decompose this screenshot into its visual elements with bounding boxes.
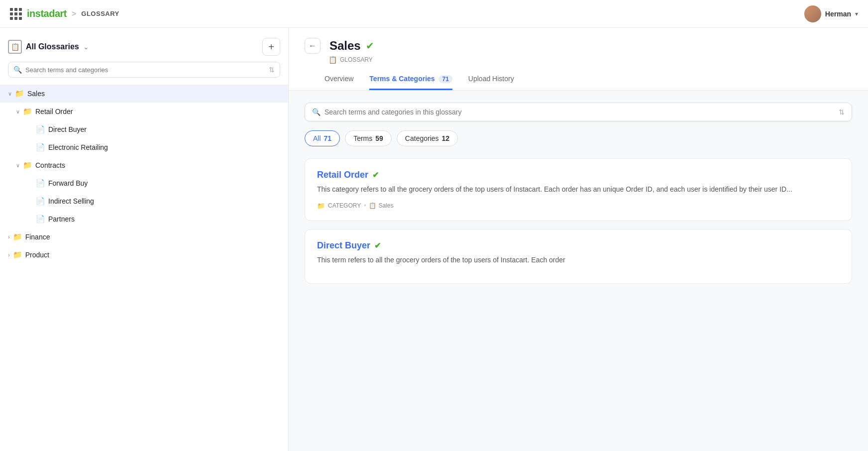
- sidebar-search-icon: 🔍: [13, 66, 22, 74]
- book-icon: 📋: [8, 40, 22, 54]
- tree-item-label: Direct Buyer: [48, 125, 87, 133]
- content-search-icon: 🔍: [312, 108, 321, 116]
- all-glossaries-label: All Glossaries: [26, 42, 79, 51]
- user-menu-chevron[interactable]: ▾: [855, 10, 858, 17]
- chevron-icon: ∨: [16, 162, 20, 169]
- tree-item-label: Product: [25, 251, 49, 259]
- meta-separator: •: [364, 202, 366, 209]
- glossary-title-row: ← Sales ✔: [305, 38, 852, 54]
- topnav-right: Herman ▾: [804, 5, 858, 22]
- avatar[interactable]: [804, 5, 821, 22]
- glossary-subtitle: 📋 GLOSSARY: [328, 56, 852, 64]
- chevron-icon: ∨: [8, 91, 12, 97]
- card-verified-icon: ✔: [374, 241, 381, 250]
- card-description: This category refers to all the grocery …: [317, 184, 840, 195]
- layout: 📋 All Glossaries ⌄ + 🔍 ⇅ ∨📁Sales∨📁Retail…: [0, 28, 868, 451]
- tree-item-label: Indirect Selling: [48, 197, 94, 205]
- sidebar-item-finance[interactable]: ›📁Finance: [0, 228, 288, 246]
- all-glossaries-button[interactable]: 📋 All Glossaries ⌄: [8, 40, 89, 54]
- sidebar-sort-icon[interactable]: ⇅: [269, 66, 275, 74]
- sidebar: 📋 All Glossaries ⌄ + 🔍 ⇅ ∨📁Sales∨📁Retail…: [0, 28, 289, 451]
- content-sort-icon[interactable]: ⇅: [839, 108, 845, 116]
- tree-item-label: Retail Order: [35, 108, 73, 115]
- verified-badge-icon: ✔: [366, 40, 374, 52]
- pill-count: 71: [324, 134, 332, 142]
- content-area: 🔍 ⇅ All 71Terms 59Categories 12 Retail O…: [289, 91, 868, 304]
- all-glossaries-dropdown-arrow: ⌄: [83, 43, 89, 51]
- tree-item-icon: 📄: [36, 125, 45, 134]
- glossary-subtitle-icon: 📋: [328, 56, 337, 64]
- tree-item-icon: 📄: [36, 179, 45, 188]
- category-icon: 📁: [317, 202, 325, 210]
- card-title[interactable]: Direct Buyer ✔: [317, 240, 840, 251]
- tree-item-icon: 📁: [13, 250, 22, 259]
- user-name: Herman: [825, 10, 851, 18]
- glossary-icon: 📋: [369, 202, 376, 209]
- card-verified-icon: ✔: [372, 170, 379, 180]
- breadcrumb-separator: >: [72, 9, 76, 18]
- tree-item-icon: 📄: [36, 215, 45, 224]
- sidebar-item-electronic-retailing[interactable]: 📄Electronic Retailing: [0, 138, 288, 156]
- add-glossary-button[interactable]: +: [262, 38, 280, 56]
- card-meta-type: CATEGORY: [328, 202, 361, 209]
- sidebar-item-direct-buyer[interactable]: 📄Direct Buyer: [0, 120, 288, 138]
- tree-item-label: Forward Buy: [48, 179, 88, 187]
- tree-item-label: Partners: [48, 215, 75, 223]
- sidebar-item-forward-buy[interactable]: 📄Forward Buy: [0, 174, 288, 192]
- topnav-left: instadart > GLOSSARY: [10, 8, 119, 20]
- sidebar-item-sales[interactable]: ∨📁Sales: [0, 85, 288, 103]
- sidebar-header: 📋 All Glossaries ⌄ +: [0, 28, 288, 62]
- tab-upload-history[interactable]: Upload History: [468, 70, 514, 90]
- sidebar-search-box: 🔍 ⇅: [8, 62, 280, 78]
- tab-overview[interactable]: Overview: [325, 70, 353, 90]
- pill-count: 12: [442, 134, 450, 142]
- content-search-box: 🔍 ⇅: [305, 103, 852, 121]
- cards-container: Retail Order ✔ This category refers to a…: [305, 158, 852, 284]
- tree-item-label: Sales: [27, 90, 45, 98]
- card-meta: 📁 CATEGORY • 📋 Sales: [317, 202, 840, 210]
- filter-pill-terms[interactable]: Terms 59: [345, 130, 392, 146]
- pill-label: All: [313, 134, 321, 142]
- filter-pill-all[interactable]: All 71: [305, 130, 340, 146]
- tree-item-icon: 📄: [36, 197, 45, 206]
- main-content: ← Sales ✔ 📋 GLOSSARY OverviewTerms & Cat…: [289, 28, 868, 451]
- tab-count-terms-categories: 71: [438, 75, 452, 83]
- tree-item-icon: 📄: [36, 143, 45, 152]
- content-search-input[interactable]: [325, 108, 835, 116]
- card-direct-buyer: Direct Buyer ✔ This term refers to all t…: [305, 229, 852, 284]
- tab-terms-categories[interactable]: Terms & Categories 71: [369, 70, 452, 90]
- chevron-icon: ∨: [16, 109, 20, 115]
- card-description: This term refers to all the grocery orde…: [317, 255, 840, 266]
- tree-item-icon: 📁: [23, 107, 32, 116]
- app-grid-icon[interactable]: [10, 8, 22, 20]
- sidebar-item-partners[interactable]: 📄Partners: [0, 210, 288, 228]
- glossary-subtitle-label: GLOSSARY: [340, 56, 373, 63]
- sidebar-tree: ∨📁Sales∨📁Retail Order📄Direct Buyer📄Elect…: [0, 85, 288, 451]
- breadcrumb-label: GLOSSARY: [81, 10, 119, 17]
- sidebar-item-product[interactable]: ›📁Product: [0, 246, 288, 264]
- pill-label: Terms: [353, 134, 372, 142]
- back-button[interactable]: ←: [305, 38, 321, 54]
- card-meta-glossary: 📋 Sales: [369, 202, 393, 209]
- tabs: OverviewTerms & Categories 71Upload Hist…: [325, 70, 852, 90]
- topnav: instadart > GLOSSARY Herman ▾: [0, 0, 868, 28]
- main-header: ← Sales ✔ 📋 GLOSSARY OverviewTerms & Cat…: [289, 28, 868, 91]
- sidebar-item-retail-order[interactable]: ∨📁Retail Order: [0, 103, 288, 120]
- chevron-icon: ›: [8, 252, 10, 258]
- glossary-title: Sales: [329, 39, 361, 53]
- tree-item-label: Contracts: [35, 161, 65, 169]
- card-title[interactable]: Retail Order ✔: [317, 170, 840, 180]
- tree-item-label: Electronic Retailing: [48, 143, 108, 151]
- tree-item-label: Finance: [25, 233, 50, 241]
- sidebar-search-input[interactable]: [25, 66, 265, 74]
- sidebar-item-indirect-selling[interactable]: 📄Indirect Selling: [0, 192, 288, 210]
- chevron-icon: ›: [8, 234, 10, 240]
- logo: instadart: [27, 8, 67, 19]
- sidebar-item-contracts[interactable]: ∨📁Contracts: [0, 156, 288, 174]
- tree-item-icon: 📁: [23, 161, 32, 170]
- filter-pill-categories[interactable]: Categories 12: [397, 130, 458, 146]
- tree-item-icon: 📁: [15, 89, 24, 98]
- tree-item-icon: 📁: [13, 232, 22, 241]
- pill-count: 59: [375, 134, 383, 142]
- pill-label: Categories: [405, 134, 439, 142]
